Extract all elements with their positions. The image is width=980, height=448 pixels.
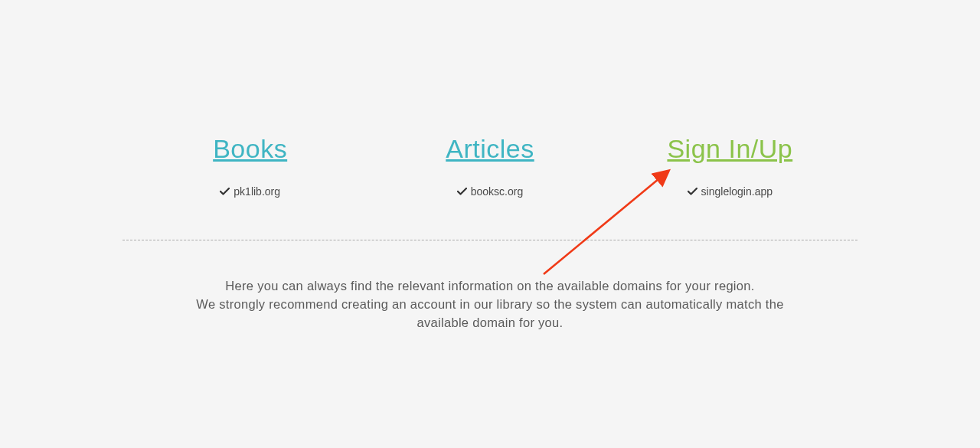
- books-domain-text: pk1lib.org: [234, 185, 280, 198]
- description-line-2: We strongly recommend creating an accoun…: [122, 296, 858, 314]
- section-divider: [122, 240, 858, 240]
- category-row: Books pk1lib.org Articles booksc.org Sig…: [122, 134, 858, 198]
- check-icon: [457, 188, 467, 195]
- check-icon: [220, 188, 230, 195]
- category-books: Books pk1lib.org: [130, 134, 370, 198]
- category-signin: Sign In/Up singlelogin.app: [610, 134, 850, 198]
- page-container: Books pk1lib.org Articles booksc.org Sig…: [122, 0, 858, 332]
- articles-domain-text: booksc.org: [471, 185, 523, 198]
- description-line-3: available domain for you.: [122, 314, 858, 332]
- books-domain-line: pk1lib.org: [130, 185, 370, 198]
- description-line-1: Here you can always find the relevant in…: [122, 277, 858, 296]
- description-text: Here you can always find the relevant in…: [122, 277, 858, 332]
- signin-link[interactable]: Sign In/Up: [667, 134, 792, 164]
- check-icon: [688, 188, 697, 195]
- signin-domain-text: singlelogin.app: [701, 185, 773, 198]
- articles-link[interactable]: Articles: [446, 134, 534, 164]
- signin-domain-line: singlelogin.app: [610, 185, 850, 198]
- books-link[interactable]: Books: [213, 134, 287, 164]
- category-articles: Articles booksc.org: [370, 134, 609, 198]
- articles-domain-line: booksc.org: [370, 185, 609, 198]
